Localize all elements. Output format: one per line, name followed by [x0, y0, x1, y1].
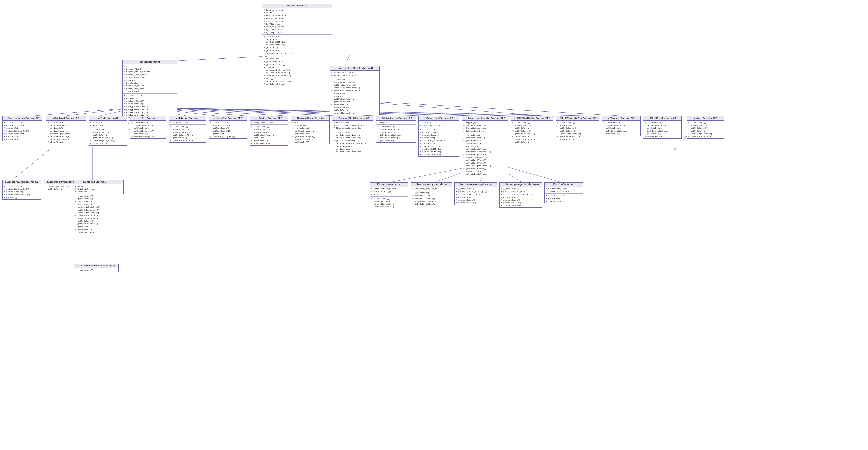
box-title-conditionselector: ilConditionSelector: [370, 183, 408, 187]
field-3: # $custom_open_nodes: [264, 14, 331, 17]
svg-line-17: [345, 55, 350, 66]
rsem-10: + setChildsOfNode(): [463, 159, 507, 162]
mm-6: + isNodeHighlighted(): [131, 135, 164, 138]
psm-7: + getNodeDecon(): [334, 148, 372, 150]
field-tree-8: # $preload_childs: [124, 84, 176, 87]
box-title-paymentobjectselector: ilPaymentObjectSelector: [291, 116, 329, 121]
box-title-bookmarkexplorergui: ilBookmarkExplorerGUI: [46, 116, 86, 121]
csf-2: # $clickable_types: [371, 190, 407, 193]
box-skilltreeexplorergui: ilSkillTreeExplorerGUI + __construct() +…: [643, 116, 682, 139]
field-1: # $pkg_root_node: [264, 9, 331, 11]
psm-1: + __construct(): [334, 131, 372, 134]
tm-6: + getTypeBlackList(): [124, 108, 176, 111]
field-tree-10: # $all_childs: [124, 90, 176, 93]
svg-line-18: [12, 147, 53, 180]
psm-3: + buildSelectableTree(): [334, 137, 372, 139]
am-3: + getNodeRef(): [4, 127, 41, 130]
rsef-2: # $session_materials: [463, 124, 507, 127]
ltm-3: + setSetLinkTargetScript(): [501, 193, 540, 196]
method-16: # getSelectOnClick(): [264, 83, 331, 85]
pom-3: + __construct(): [292, 127, 328, 130]
sktm-3: + getNodeDecon(): [645, 127, 680, 130]
ilrm-2: + setSetLinkTargetScript(): [456, 190, 495, 193]
matm-4: + getNodeDeconAlt(): [170, 134, 205, 137]
box-title-publicsectionexplorergui: ilPublicSectionExplorerGUI: [376, 116, 415, 121]
box-title-bookmarkblockexplorergui: ilBookmarkBlockExplorerGUI: [3, 180, 41, 185]
diagram-container: iExplorerBaseGUI # $pkg_root_node # $siz…: [0, 0, 868, 450]
box-virtualskillexplorergui: ilVirtualSkillTreeExplorerGUI # $show_dr…: [330, 66, 379, 115]
stm-7: + getNodeRef(): [557, 138, 598, 141]
rsem-14: + isNodeClickable(): [463, 170, 507, 173]
box-fields-virtualskillexplorergui: # $show_draft_nodes # $show_outdated_nod…: [330, 71, 379, 78]
ilrm-1: + __construct(): [456, 188, 495, 190]
box-methods-skillselectorgui: + __construct() + getNodeContent() + get…: [687, 121, 724, 139]
rsem-12: + setHighlightedNodes(): [463, 165, 507, 167]
box-methods-bookmarkblockexplorergui: + __construct() + isNodeHighlighted() + …: [3, 185, 41, 199]
box-methods-skilltreeexplorergui: + __construct() + getNodeContent() + get…: [643, 121, 681, 139]
pbm-1: + __construct(): [377, 125, 414, 128]
vsm-9: + getNodeContent(): [331, 101, 378, 103]
am-7: + getNodeRef(): [4, 138, 41, 141]
stm-4: + getNodeDecon(): [557, 130, 598, 133]
sktm-2: + getNodeContent(): [645, 124, 680, 127]
field-tree-9: # $root_node_data: [124, 87, 176, 90]
method-12: + getLocalJSTreePath(): [264, 72, 331, 74]
fmtm-4: + setCurrentFrmNode(): [412, 200, 451, 203]
box-methods-lmtableofcontentsexplorergui: + __construct(): [74, 268, 118, 272]
matm-6: + isNodeClickable(): [170, 139, 205, 142]
lmtm-3: + setTracker(): [75, 200, 113, 203]
box-bookmarkblockexplorergui: ilBookmarkBlockExplorerGUI + __construct…: [2, 180, 41, 200]
box-bookmarkexplorergui: ilBookmarkExplorerGUI + __construct() + …: [46, 116, 86, 144]
box-title-skillselectorgui: ilSkillSelectorGUI: [687, 116, 724, 121]
box-title-skilltreeexplorergui: ilSkillTreeExplorerGUI: [643, 116, 681, 121]
stm-6: + getNodeDeconAlt(): [557, 135, 598, 138]
matm-5: + getNodeRef(): [170, 137, 205, 139]
method-dots: ...: [264, 55, 331, 57]
box-repositoryselectorexplorergui: ilRepositorySelectorExplorerGUI # $type_…: [462, 116, 508, 176]
method-13: + createHTMLExportDirs(): [264, 74, 331, 77]
mpem-5: + getNodeRef(): [210, 133, 246, 135]
rsem-3: + getNodeDecon(): [463, 139, 507, 142]
skselm-5: + isNodeHighlighted(): [688, 133, 723, 135]
box-mediapoolexplorergui: ilMediaPoolExplorerGUI + __construct() +…: [209, 116, 247, 139]
csm-2: + isNodeVisible(): [371, 200, 407, 203]
box-methods-bookmarkexplorergui: + __construct() + getNodeContent() + get…: [46, 121, 86, 144]
bm-4: + getNodeDecon(): [48, 130, 85, 133]
lmtm-8: + isNodeClickable(): [75, 214, 113, 217]
lmtocm-1: + __construct(): [75, 269, 117, 272]
ilmm-5: + isNodeHighlighted(): [90, 139, 126, 142]
box-title-lmtableofcontentsexplorergui: ilLMTableOfContentsExplorerGUI: [74, 264, 118, 268]
box-methods-conditionselector: + __construct() + isNodeVisible() + isNo…: [370, 197, 408, 209]
box-fields-poolselectorgui: # $clickable_types # $selection_subcmd: [545, 187, 583, 194]
rsef-4: # $clickable_type: [463, 130, 507, 133]
bbm-3: + getNodeTarget(): [4, 191, 40, 193]
stm-3: + getNodeContent(): [557, 127, 598, 130]
txm-4: + isNodeHighlighted(): [603, 130, 639, 133]
lmtf-1: # $lang: [75, 185, 113, 188]
psm-4: + getChildsOfNode(): [334, 139, 372, 142]
scm-2: + getNodeContent(): [512, 124, 552, 127]
box-methods-lmtocexplorergui: + __construct() + getRootNode() + setTra…: [74, 194, 115, 234]
box-methods-ilmexplorergui: + __construct() + getNodeContent() + get…: [89, 128, 127, 145]
box-fields-repositoryexplorergui: # $type_grp # $session_materials: [418, 121, 459, 128]
box-methods-paymentobjectselector: + $ctrl + $classname + __construct() + g…: [291, 121, 329, 144]
orgm-1: + __construct(): [251, 125, 287, 128]
box-methods-adminexplorergui: + __construct() + getNodeContent() + get…: [3, 121, 42, 141]
field-tree-7: # $preloaded: [124, 82, 176, 84]
mm-4: + getNodeDeconAlt(): [131, 130, 164, 133]
box-methods-virtualskillexplorergui: + __construct() + setShowDraftNodes() + …: [330, 78, 379, 115]
box-fields-explorerbasegui: # $pkg_root_node # $size # $custom_open_…: [262, 8, 332, 35]
lmtf-3: # $tracker: [75, 191, 113, 193]
pbm-5: + beforeRendering(): [377, 137, 414, 139]
box-skillselectorgui: ilSkillSelectorGUI + __construct() + get…: [687, 116, 724, 139]
box-conditionselector: ilConditionSelector # $highlighted_paren…: [370, 182, 408, 209]
scm-8: + getNodeRef(): [512, 141, 552, 143]
box-methods-skilltemplatetreeexplorergui: + __construct() + getRootNode() + getNod…: [556, 121, 599, 141]
box-methods-personalskillexplorergui: + __construct() + getSelectableNodes() +…: [332, 131, 373, 154]
box-scormexplorergui: ilSCORM2004EditorExplorerGUI + __constru…: [511, 116, 553, 144]
psf-3: # $has_selectable_nodes: [334, 127, 372, 130]
orgm-3: + getNodeDecon(): [251, 131, 287, 134]
skselm-1: + __construct(): [688, 121, 723, 124]
ilmm-4: + getNodeDeconAlt(): [90, 137, 126, 139]
box-methods-scormexplorergui: + __construct() + getNodeContent() + get…: [511, 121, 553, 144]
